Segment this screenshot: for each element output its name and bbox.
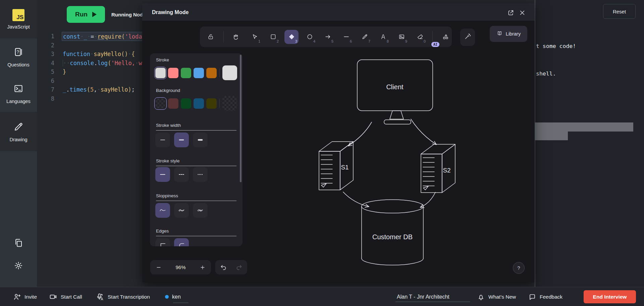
- more-shapes-tool[interactable]: AI: [438, 30, 452, 44]
- s1-server-node[interactable]: S1: [319, 142, 353, 190]
- token-pl: ,: [94, 86, 97, 93]
- background-current-swatch[interactable]: [222, 96, 237, 111]
- connector-arrows[interactable]: [343, 119, 436, 208]
- code-line[interactable]: 5}: [37, 67, 142, 76]
- copy-icon[interactable]: [13, 238, 24, 249]
- background-swatch-0[interactable]: [155, 98, 166, 109]
- stroke-width-bold-button[interactable]: [174, 133, 189, 147]
- help-button[interactable]: ?: [513, 262, 525, 274]
- ai-badge: AI: [431, 42, 439, 47]
- pane-divider[interactable]: [535, 0, 535, 287]
- code-line[interactable]: 6: [37, 76, 142, 86]
- token-pr: (: [121, 33, 125, 40]
- stroke-style-dotted-button[interactable]: [193, 167, 208, 182]
- interview-title-field[interactable]: Alan T - Jnr Architecht: [397, 287, 449, 306]
- console-selection-block: [535, 122, 633, 132]
- sidebar-item-questions[interactable]: ? Questions: [0, 39, 37, 75]
- tool-shortcut: 5: [331, 39, 333, 43]
- code-line[interactable]: 4··console.log('Hello,·w: [37, 59, 142, 68]
- zoom-out-button[interactable]: [152, 261, 165, 274]
- stroke-width-extra-bold-button[interactable]: [193, 133, 208, 147]
- interview-title-underline: [395, 302, 470, 302]
- code-text: [62, 76, 143, 86]
- solid-icon: [159, 171, 166, 178]
- text-icon: [380, 33, 387, 40]
- sloppiness-architect-button[interactable]: [155, 203, 170, 218]
- code-line[interactable]: 8: [37, 94, 142, 103]
- sidebar-language-badge[interactable]: JS JavaScript: [0, 0, 37, 39]
- user-presence[interactable]: ken: [165, 287, 181, 306]
- client-node[interactable]: Client: [357, 60, 433, 124]
- lock-tool[interactable]: [204, 30, 218, 44]
- swatch-divider: [219, 99, 220, 108]
- stroke-swatch-3[interactable]: [194, 68, 204, 78]
- rectangle-tool[interactable]: 2: [266, 30, 280, 44]
- s2-server-node[interactable]: S2: [421, 144, 455, 193]
- draw-tool[interactable]: 7: [358, 30, 372, 44]
- background-swatch-4[interactable]: [206, 98, 217, 109]
- token-req: require: [97, 33, 121, 40]
- selection-tool[interactable]: 1: [248, 30, 262, 44]
- invite-button[interactable]: Invite: [13, 287, 37, 306]
- whats-new-button[interactable]: What's New: [477, 287, 516, 306]
- arrow-tool[interactable]: 5: [321, 30, 335, 44]
- cartoonist-icon: [197, 207, 204, 214]
- redo-icon[interactable]: [234, 263, 243, 272]
- stroke-swatch-4[interactable]: [206, 68, 217, 78]
- code-line[interactable]: 7_.times(5,·sayHello);: [37, 85, 142, 94]
- line-number: 5: [40, 67, 54, 76]
- edges-round-button[interactable]: [174, 238, 189, 246]
- sloppiness-section-label: Sloppiness: [156, 193, 236, 201]
- wand-tool-button[interactable]: [460, 29, 475, 46]
- console-selection-block: [535, 132, 568, 140]
- background-swatch-2[interactable]: [181, 98, 191, 109]
- library-button[interactable]: Library: [490, 26, 527, 42]
- hand-tool[interactable]: [229, 30, 243, 44]
- token-op: =: [91, 33, 94, 40]
- image-icon: [398, 33, 405, 40]
- image-tool[interactable]: 9: [394, 30, 409, 44]
- ellipse-tool[interactable]: 4: [303, 30, 317, 44]
- sidebar-item-languages[interactable]: Languages: [0, 75, 37, 112]
- stroke-style-solid-button[interactable]: [155, 167, 170, 182]
- panel-scrollbar[interactable]: [240, 55, 241, 182]
- stroke-width-thin-button[interactable]: [155, 133, 170, 147]
- sidebar-item-drawing[interactable]: Drawing: [0, 112, 37, 151]
- line-number: 6: [40, 76, 54, 86]
- dashed-icon: [178, 171, 185, 178]
- code-line[interactable]: 3function·sayHello()·{: [37, 50, 142, 59]
- sloppiness-artist-button[interactable]: [174, 203, 189, 218]
- zoom-in-button[interactable]: [196, 261, 209, 274]
- edges-sharp-button[interactable]: [155, 238, 170, 246]
- shapes-icon: [442, 33, 449, 40]
- code-line[interactable]: 2: [37, 41, 142, 50]
- stroke-current-swatch[interactable]: [222, 65, 237, 80]
- sloppiness-cartoonist-button[interactable]: [193, 203, 208, 218]
- diamond-tool[interactable]: 3: [284, 30, 299, 44]
- stroke-swatch-0[interactable]: [155, 68, 166, 78]
- gear-icon[interactable]: [14, 261, 23, 272]
- feedback-button[interactable]: Feedback: [528, 287, 562, 306]
- magic-wand-icon: [464, 33, 471, 42]
- user-name-field[interactable]: ken: [172, 294, 181, 300]
- stroke-swatch-1[interactable]: [168, 68, 178, 78]
- run-button[interactable]: Run: [67, 6, 105, 23]
- end-interview-button[interactable]: End Interview: [584, 290, 636, 303]
- eraser-tool[interactable]: 0: [413, 30, 427, 44]
- background-swatch-1[interactable]: [168, 98, 178, 109]
- line-tool[interactable]: 6: [339, 30, 353, 44]
- code-line[interactable]: 1const·_·=·require('loda: [37, 32, 142, 41]
- close-icon[interactable]: [519, 9, 526, 16]
- zoom-level[interactable]: 96%: [175, 264, 185, 270]
- token-pl: ;: [131, 86, 135, 93]
- customer-db-node[interactable]: Customer DB: [362, 200, 423, 265]
- stroke-style-dashed-button[interactable]: [174, 167, 189, 182]
- reset-button[interactable]: Reset: [603, 4, 636, 19]
- background-swatch-3[interactable]: [194, 98, 204, 109]
- stroke-swatch-2[interactable]: [181, 68, 191, 78]
- text-tool[interactable]: 8: [376, 30, 390, 44]
- undo-icon[interactable]: [219, 263, 228, 272]
- start-call-button[interactable]: Start Call: [49, 287, 82, 306]
- open-external-icon[interactable]: [507, 9, 515, 16]
- start-transcription-button[interactable]: A Start Transcription: [96, 287, 150, 306]
